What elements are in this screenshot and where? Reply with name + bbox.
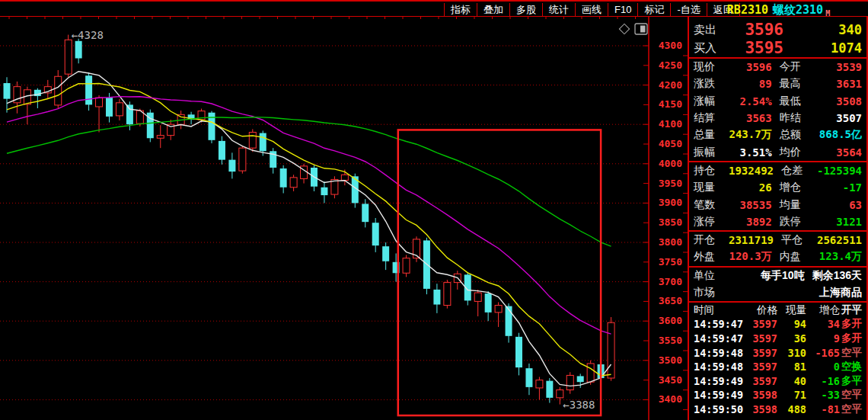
instrument-code: RB2310 bbox=[727, 3, 768, 17]
candle bbox=[341, 175, 348, 180]
toolbar-button-statistics[interactable]: 统计 bbox=[542, 3, 575, 18]
field-label: 均价 bbox=[780, 146, 815, 159]
axis-label: 4250 bbox=[659, 59, 682, 71]
axis-label: 3550 bbox=[659, 335, 682, 346]
tick-row: 14:59:483597810空换 bbox=[689, 360, 866, 374]
tick-volume: 71 bbox=[777, 389, 806, 401]
quote-row: 开仓2311719平仓2562511 bbox=[689, 232, 866, 248]
market-label: 市场 bbox=[694, 286, 729, 300]
candle bbox=[239, 148, 246, 171]
axis-label: 4100 bbox=[659, 118, 682, 130]
instrument-name: 螺纹2310 bbox=[773, 3, 823, 17]
col-openclose: 开平 bbox=[840, 303, 862, 317]
remaining-days: 剩余136天 bbox=[812, 269, 862, 283]
field-value: 868.5亿 bbox=[815, 128, 862, 142]
field-value: 3.51% bbox=[729, 146, 772, 159]
field-label: 平仓 bbox=[781, 233, 816, 247]
field-label: 现量 bbox=[694, 181, 729, 194]
axis-label: 3600 bbox=[659, 315, 682, 326]
field-label: 涨跌 bbox=[694, 77, 729, 91]
diamond-icon[interactable] bbox=[619, 24, 629, 34]
field-label: 总额 bbox=[780, 128, 815, 142]
candle bbox=[557, 390, 563, 398]
field-value: -17 bbox=[815, 181, 862, 194]
toolbar-button-mark[interactable]: 标记 bbox=[637, 3, 670, 18]
field-label: 均量 bbox=[780, 198, 815, 212]
candle bbox=[116, 103, 123, 116]
field-label: 仓差 bbox=[781, 164, 816, 178]
candle bbox=[433, 290, 440, 305]
quote-row: 涨跌89最高3631 bbox=[689, 75, 866, 92]
quote-row: 笔数38535均量63 bbox=[689, 196, 866, 213]
col-change: 增仓 bbox=[806, 303, 840, 317]
field-value: 63 bbox=[815, 199, 862, 211]
candle bbox=[382, 246, 389, 261]
tick-price: 3597 bbox=[744, 375, 777, 387]
top-bar: 指标叠加多股统计画线F10标记-自选返回 RB2310螺纹2310M bbox=[0, 0, 868, 17]
candle bbox=[96, 98, 103, 107]
col-volume: 现量 bbox=[777, 303, 806, 317]
tick-volume: 36 bbox=[777, 332, 806, 345]
tick-price: 3597 bbox=[744, 361, 777, 373]
toolbar-button-draw-line[interactable]: 画线 bbox=[575, 3, 608, 18]
candle bbox=[577, 376, 584, 382]
window-icon-pane bbox=[640, 26, 646, 33]
ma-long-line bbox=[7, 117, 611, 246]
field-value: 3596 bbox=[729, 61, 772, 73]
candle bbox=[126, 104, 133, 124]
field-value: 2.54% bbox=[729, 95, 772, 107]
axis-label: 4050 bbox=[659, 138, 682, 149]
candle bbox=[566, 375, 573, 390]
tick-row: 14:59:473597369多开 bbox=[689, 332, 866, 346]
axis-label: 4300 bbox=[659, 40, 682, 51]
quote-section-positions: 持仓1932492仓差-125394现量26增仓-17笔数38535均量63涨停… bbox=[689, 162, 866, 230]
tick-time: 14:59:48 bbox=[694, 361, 744, 373]
field-label: 内盘 bbox=[780, 250, 815, 264]
tick-price: 3597 bbox=[744, 332, 777, 345]
tick-volume: 81 bbox=[777, 361, 806, 373]
field-value: 3892 bbox=[729, 216, 772, 228]
tick-change: -16 bbox=[806, 375, 840, 387]
candle bbox=[65, 40, 72, 74]
axis-label: 3900 bbox=[659, 197, 682, 208]
quote-row: 总量243.7万总额868.5亿 bbox=[689, 127, 866, 143]
bid-volume: 1074 bbox=[783, 40, 862, 56]
tick-volume: 94 bbox=[777, 318, 806, 330]
toolbar-button-f10[interactable]: F10 bbox=[608, 3, 637, 18]
field-value: 243.7万 bbox=[729, 128, 772, 142]
instrument-header: RB2310螺纹2310M bbox=[689, 3, 868, 18]
candlestick-chart[interactable]: ←4328←3388430042504200415041004050400039… bbox=[0, 17, 688, 420]
field-value: 3539 bbox=[815, 61, 862, 73]
toolbar-button-overlay[interactable]: 叠加 bbox=[477, 3, 509, 18]
candle bbox=[474, 293, 481, 301]
tick-change: -165 bbox=[806, 347, 840, 359]
toolbar-button-indicators[interactable]: 指标 bbox=[444, 3, 477, 18]
bid-price: 3595 bbox=[730, 39, 783, 57]
quote-row: 现价3596今开3539 bbox=[689, 59, 866, 75]
axis-label: 3850 bbox=[659, 216, 682, 228]
axis-label: 3800 bbox=[659, 236, 682, 248]
tick-direction: 多开 bbox=[840, 317, 862, 331]
axis-label: 4150 bbox=[659, 98, 682, 110]
field-label: 昨结 bbox=[780, 111, 815, 125]
unit-value: 每手10吨 bbox=[729, 269, 805, 283]
ask-row[interactable]: 卖出 3596 340 bbox=[689, 21, 866, 39]
tick-volume: 40 bbox=[777, 375, 806, 387]
axis-label: 3950 bbox=[659, 178, 682, 189]
candle bbox=[587, 364, 594, 382]
quote-panel: 卖出 3596 340 买入 3595 1074 现价3596今开3539涨跌8… bbox=[688, 17, 868, 420]
bid-row[interactable]: 买入 3595 1074 bbox=[689, 39, 866, 57]
candle bbox=[55, 76, 62, 105]
tick-row: 14:59:49359740-16多平 bbox=[689, 374, 866, 389]
axis-label: 4200 bbox=[659, 79, 682, 91]
field-value: 120.3万 bbox=[729, 250, 772, 264]
ma-mid-line bbox=[7, 84, 611, 376]
tick-table[interactable]: 14:59:4735979434多开14:59:473597369多开14:59… bbox=[689, 317, 866, 416]
tick-change: -81 bbox=[806, 403, 840, 415]
candle bbox=[495, 306, 502, 313]
field-value: 3631 bbox=[815, 78, 862, 90]
tick-direction: 空平 bbox=[840, 346, 862, 360]
toolbar-button-multi-stock[interactable]: 多股 bbox=[509, 3, 542, 18]
candle bbox=[403, 258, 410, 274]
candle bbox=[362, 204, 369, 222]
